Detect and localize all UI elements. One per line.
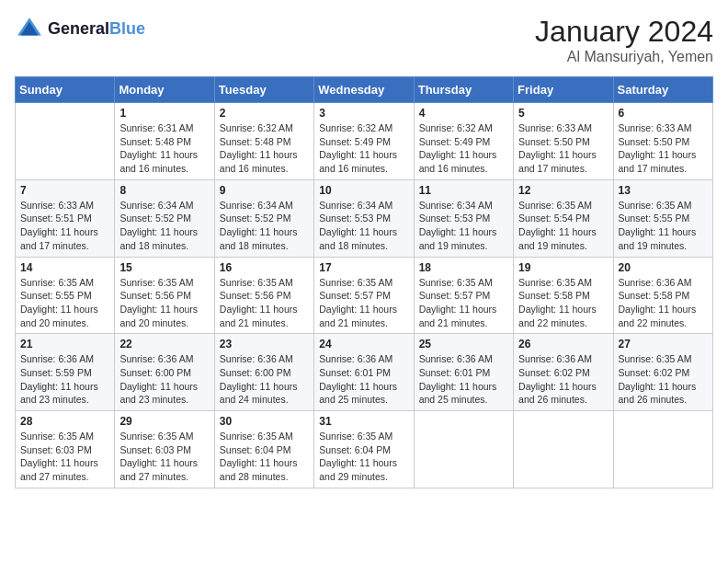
day-info: Sunrise: 6:33 AM Sunset: 5:50 PM Dayligh…: [619, 121, 708, 176]
day-info: Sunrise: 6:35 AM Sunset: 6:04 PM Dayligh…: [319, 430, 408, 484]
week-row-5: 28Sunrise: 6:35 AM Sunset: 6:03 PM Dayli…: [16, 411, 713, 488]
day-number: 23: [220, 338, 309, 350]
day-cell: 18Sunrise: 6:35 AM Sunset: 5:57 PM Dayli…: [414, 257, 513, 334]
day-number: 14: [20, 261, 109, 274]
day-cell: 3Sunrise: 6:32 AM Sunset: 5:49 PM Daylig…: [314, 103, 414, 180]
day-info: Sunrise: 6:35 AM Sunset: 5:58 PM Dayligh…: [518, 276, 608, 330]
day-number: 5: [518, 107, 608, 120]
day-number: 31: [319, 415, 408, 428]
day-number: 25: [419, 338, 508, 350]
day-number: 9: [220, 184, 309, 197]
day-info: Sunrise: 6:33 AM Sunset: 5:50 PM Dayligh…: [518, 121, 608, 176]
day-number: 30: [220, 415, 309, 428]
day-number: 24: [319, 338, 408, 350]
col-header-sunday: Sunday: [16, 77, 115, 103]
day-number: 16: [220, 261, 309, 274]
day-cell: [16, 103, 115, 180]
day-info: Sunrise: 6:36 AM Sunset: 6:01 PM Dayligh…: [319, 352, 408, 407]
day-cell: [414, 411, 513, 488]
day-cell: 29Sunrise: 6:35 AM Sunset: 6:03 PM Dayli…: [115, 411, 214, 488]
day-cell: 12Sunrise: 6:35 AM Sunset: 5:54 PM Dayli…: [514, 179, 613, 257]
day-number: 19: [518, 261, 608, 274]
day-number: 4: [419, 107, 508, 120]
day-number: 11: [419, 184, 508, 197]
day-number: 22: [119, 338, 209, 350]
day-info: Sunrise: 6:34 AM Sunset: 5:53 PM Dayligh…: [319, 199, 408, 253]
day-number: 12: [518, 184, 608, 197]
logo: GeneralBlue: [15, 15, 145, 44]
day-info: Sunrise: 6:35 AM Sunset: 5:55 PM Dayligh…: [619, 199, 708, 253]
day-cell: 14Sunrise: 6:35 AM Sunset: 5:55 PM Dayli…: [16, 257, 115, 334]
day-number: 21: [20, 338, 109, 350]
col-header-thursday: Thursday: [414, 77, 513, 103]
day-info: Sunrise: 6:36 AM Sunset: 6:02 PM Dayligh…: [518, 352, 608, 407]
day-cell: 22Sunrise: 6:36 AM Sunset: 6:00 PM Dayli…: [115, 334, 214, 411]
day-info: Sunrise: 6:36 AM Sunset: 6:00 PM Dayligh…: [119, 352, 209, 407]
day-info: Sunrise: 6:35 AM Sunset: 5:56 PM Dayligh…: [119, 276, 209, 330]
day-info: Sunrise: 6:32 AM Sunset: 5:49 PM Dayligh…: [419, 121, 508, 176]
day-cell: 26Sunrise: 6:36 AM Sunset: 6:02 PM Dayli…: [514, 334, 613, 411]
col-header-tuesday: Tuesday: [214, 77, 313, 103]
day-cell: [514, 411, 613, 488]
calendar-table: SundayMondayTuesdayWednesdayThursdayFrid…: [15, 76, 713, 488]
day-number: 10: [319, 184, 408, 197]
day-info: Sunrise: 6:35 AM Sunset: 6:04 PM Dayligh…: [220, 430, 309, 484]
day-cell: 25Sunrise: 6:36 AM Sunset: 6:01 PM Dayli…: [414, 334, 513, 411]
page-header: GeneralBlue January 2024 Al Mansuriyah, …: [15, 15, 713, 65]
day-info: Sunrise: 6:31 AM Sunset: 5:48 PM Dayligh…: [119, 121, 209, 176]
day-cell: 28Sunrise: 6:35 AM Sunset: 6:03 PM Dayli…: [16, 411, 115, 488]
day-cell: 17Sunrise: 6:35 AM Sunset: 5:57 PM Dayli…: [314, 257, 414, 334]
day-cell: 23Sunrise: 6:36 AM Sunset: 6:00 PM Dayli…: [214, 334, 313, 411]
week-row-4: 21Sunrise: 6:36 AM Sunset: 5:59 PM Dayli…: [16, 334, 713, 411]
day-number: 1: [119, 107, 209, 120]
day-number: 6: [619, 107, 708, 120]
day-info: Sunrise: 6:32 AM Sunset: 5:49 PM Dayligh…: [319, 121, 408, 176]
day-cell: 16Sunrise: 6:35 AM Sunset: 5:56 PM Dayli…: [214, 257, 313, 334]
day-info: Sunrise: 6:32 AM Sunset: 5:48 PM Dayligh…: [220, 121, 309, 176]
day-number: 8: [119, 184, 209, 197]
day-cell: 31Sunrise: 6:35 AM Sunset: 6:04 PM Dayli…: [314, 411, 414, 488]
day-info: Sunrise: 6:36 AM Sunset: 5:59 PM Dayligh…: [20, 352, 109, 407]
day-number: 13: [619, 184, 708, 197]
calendar-header: SundayMondayTuesdayWednesdayThursdayFrid…: [16, 77, 713, 103]
logo-icon: [15, 15, 44, 44]
day-info: Sunrise: 6:36 AM Sunset: 5:58 PM Dayligh…: [619, 276, 708, 330]
col-header-friday: Friday: [514, 77, 613, 103]
day-info: Sunrise: 6:33 AM Sunset: 5:51 PM Dayligh…: [20, 199, 109, 253]
day-cell: 1Sunrise: 6:31 AM Sunset: 5:48 PM Daylig…: [115, 103, 214, 180]
day-info: Sunrise: 6:35 AM Sunset: 6:02 PM Dayligh…: [619, 352, 708, 407]
location-title: Al Mansuriyah, Yemen: [535, 49, 713, 65]
title-block: January 2024 Al Mansuriyah, Yemen: [535, 15, 713, 65]
day-cell: 4Sunrise: 6:32 AM Sunset: 5:49 PM Daylig…: [414, 103, 513, 180]
day-number: 3: [319, 107, 408, 120]
day-cell: 9Sunrise: 6:34 AM Sunset: 5:52 PM Daylig…: [214, 179, 313, 257]
col-header-saturday: Saturday: [613, 77, 712, 103]
day-number: 17: [319, 261, 408, 274]
day-number: 28: [20, 415, 109, 428]
day-info: Sunrise: 6:35 AM Sunset: 6:03 PM Dayligh…: [20, 430, 109, 484]
week-row-3: 14Sunrise: 6:35 AM Sunset: 5:55 PM Dayli…: [16, 257, 713, 334]
day-info: Sunrise: 6:35 AM Sunset: 6:03 PM Dayligh…: [119, 430, 209, 484]
day-number: 2: [220, 107, 309, 120]
day-cell: 19Sunrise: 6:35 AM Sunset: 5:58 PM Dayli…: [514, 257, 613, 334]
day-number: 29: [119, 415, 209, 428]
month-title: January 2024: [535, 15, 713, 49]
col-header-wednesday: Wednesday: [314, 77, 414, 103]
day-cell: 8Sunrise: 6:34 AM Sunset: 5:52 PM Daylig…: [115, 179, 214, 257]
day-cell: 6Sunrise: 6:33 AM Sunset: 5:50 PM Daylig…: [613, 103, 712, 180]
day-cell: 11Sunrise: 6:34 AM Sunset: 5:53 PM Dayli…: [414, 179, 513, 257]
day-number: 26: [518, 338, 608, 350]
day-number: 27: [619, 338, 708, 350]
day-number: 18: [419, 261, 508, 274]
day-info: Sunrise: 6:36 AM Sunset: 6:01 PM Dayligh…: [419, 352, 508, 407]
day-cell: 10Sunrise: 6:34 AM Sunset: 5:53 PM Dayli…: [314, 179, 414, 257]
day-cell: 2Sunrise: 6:32 AM Sunset: 5:48 PM Daylig…: [214, 103, 313, 180]
week-row-2: 7Sunrise: 6:33 AM Sunset: 5:51 PM Daylig…: [16, 179, 713, 257]
day-info: Sunrise: 6:35 AM Sunset: 5:54 PM Dayligh…: [518, 199, 608, 253]
col-header-monday: Monday: [115, 77, 214, 103]
day-cell: 15Sunrise: 6:35 AM Sunset: 5:56 PM Dayli…: [115, 257, 214, 334]
day-number: 15: [119, 261, 209, 274]
day-info: Sunrise: 6:35 AM Sunset: 5:57 PM Dayligh…: [319, 276, 408, 330]
calendar-body: 1Sunrise: 6:31 AM Sunset: 5:48 PM Daylig…: [16, 103, 713, 488]
day-number: 7: [20, 184, 109, 197]
